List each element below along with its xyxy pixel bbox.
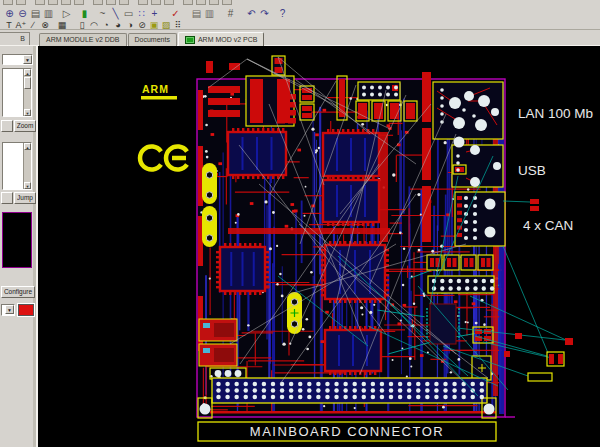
cropped-toolbar-icon[interactable]	[93, 0, 103, 5]
cropped-toolbar-icon[interactable]	[119, 0, 129, 5]
connection-icon[interactable]: ~	[96, 7, 109, 20]
edit-button[interactable]	[1, 192, 13, 204]
tab-arm-mod-v2-pcb[interactable]: ARM MOD v2 PCB	[178, 32, 265, 46]
toolbar-row-middle: ⊕⊖▤▥▷▮~╲▭∷+✓▤▥#↶↷?	[3, 6, 289, 20]
cropped-toolbar-icon[interactable]	[209, 0, 219, 5]
cropped-toolbar-icon[interactable]	[3, 0, 13, 5]
cropped-toolbar-icon[interactable]	[151, 0, 161, 5]
browse-mode-dropdown[interactable]: ▼	[2, 54, 33, 65]
main-toolbar: ⊕⊖▤▥▷▮~╲▭∷+✓▤▥#↶↷? TA⁺∕⊗▦▯◠◔◕◑⊘▣▨⠿	[0, 0, 600, 30]
highlight-icon[interactable]: ✓	[169, 7, 182, 20]
scroll-down-icon[interactable]: ▼	[24, 109, 31, 116]
cropped-toolbar-icon[interactable]	[164, 0, 174, 5]
cropped-toolbar-icon[interactable]	[74, 0, 84, 5]
scroll-up-icon[interactable]: ▲	[24, 143, 31, 150]
arc-quarter-tool-icon[interactable]: ◔	[100, 20, 112, 30]
mainboard-connector-label: MAINBOARD CONNECTOR	[250, 424, 444, 439]
wire-icon[interactable]: ╲	[109, 7, 122, 20]
grid-icon[interactable]: #	[224, 7, 237, 20]
cropped-toolbar-icon[interactable]	[16, 0, 26, 5]
cropped-toolbar-icon[interactable]	[106, 0, 116, 5]
tab-documents[interactable]: Documents	[128, 33, 177, 46]
pcb-canvas[interactable]: ARM LAN 100 Mb USB 4 x CAN MAINBOARD CON…	[38, 46, 600, 447]
help-icon[interactable]: ?	[276, 7, 289, 20]
undo-icon[interactable]: ↶	[245, 7, 258, 20]
cropped-toolbar-icon[interactable]	[222, 0, 232, 5]
application-window: { "toolbar": { "row1_icons": [ {"name":"…	[0, 0, 600, 447]
scroll-thumb[interactable]	[24, 77, 31, 89]
usb-annotation: USB	[518, 163, 546, 178]
cropped-toolbar-icon[interactable]	[138, 0, 148, 5]
full-circle-tool-icon[interactable]: ⊘	[136, 20, 148, 30]
arc-three-quarter-tool-icon[interactable]: ◕	[112, 20, 124, 30]
lan-annotation: LAN 100 Mb	[518, 106, 593, 121]
configure-button[interactable]: Configure	[1, 286, 35, 298]
rectangle-icon[interactable]: ▭	[122, 7, 135, 20]
library-icon[interactable]: ▤	[190, 7, 203, 20]
can-annotation: 4 x CAN	[523, 218, 573, 233]
board-preview[interactable]	[2, 212, 32, 268]
document-tabstrip: B ARM MODULE v2 DDBDocumentsARM MOD v2 P…	[0, 30, 600, 46]
component-icon[interactable]: ▮	[78, 7, 91, 20]
zoom-in-icon[interactable]: ⊕	[3, 7, 16, 20]
line-tool-icon[interactable]: ∕	[27, 20, 39, 30]
via-tool-icon[interactable]: ⊗	[39, 20, 51, 30]
zoom-area-icon[interactable]: ▤	[29, 7, 42, 20]
toolbar-row-top	[3, 0, 235, 5]
cross-icon[interactable]: +	[148, 7, 161, 20]
arc-90-tool-icon[interactable]: ◠	[88, 20, 100, 30]
string-tool-icon[interactable]: A⁺	[15, 20, 27, 30]
cropped-toolbar-icon[interactable]	[48, 0, 58, 5]
browse-actions: Zoom	[1, 120, 36, 132]
jump-button[interactable]: Jump	[14, 192, 36, 204]
chevron-down-icon[interactable]: ▼	[5, 305, 14, 314]
browse-list[interactable]: ▲ ▼	[2, 68, 32, 117]
document-tabs: ARM MODULE v2 DDBDocumentsARM MOD v2 PCB	[39, 32, 265, 46]
scroll-up-icon[interactable]: ▲	[24, 69, 31, 76]
pcb-drawing: ARM LAN 100 Mb USB 4 x CAN MAINBOARD CON…	[38, 46, 600, 447]
toolbar-row-placement: TA⁺∕⊗▦▯◠◔◕◑⊘▣▨⠿	[3, 20, 184, 30]
cropped-toolbar-icon[interactable]	[196, 0, 206, 5]
zoom-button[interactable]: Zoom	[14, 120, 36, 132]
arc-half-tool-icon[interactable]: ◑	[124, 20, 136, 30]
fill-place-icon[interactable]: ▣	[148, 20, 160, 30]
text-tool-icon[interactable]: T	[3, 20, 15, 30]
detail-actions: Jump	[1, 192, 36, 204]
edit-button[interactable]	[1, 120, 13, 132]
detail-list[interactable]: ▲ ▼	[2, 142, 32, 190]
zoom-sheet-icon[interactable]: ▥	[42, 7, 55, 20]
cropped-toolbar-icon[interactable]	[183, 0, 193, 5]
list-scrollbar[interactable]: ▲ ▼	[23, 69, 31, 116]
layer-color-swatch[interactable]	[18, 304, 34, 316]
layer-dropdown[interactable]: ▼	[1, 304, 15, 316]
panel-tab[interactable]: B	[0, 32, 30, 45]
tab-arm-module-v2-ddb[interactable]: ARM MODULE v2 DDB	[39, 33, 127, 46]
fill-tool-icon[interactable]: ▦	[56, 20, 68, 30]
split-icon[interactable]: ∷	[135, 7, 148, 20]
arm-silkscreen-label: ARM	[142, 83, 169, 95]
pcb-document-icon	[185, 36, 195, 44]
arm-underline	[141, 96, 177, 100]
layer-row: ▼	[1, 304, 37, 317]
cropped-toolbar-icon[interactable]	[61, 0, 71, 5]
list-scrollbar[interactable]: ▲ ▼	[23, 143, 31, 189]
array-place-icon[interactable]: ⠿	[172, 20, 184, 30]
browse-panel: ▼ ▲ ▼ Zoom ▲ ▼ Jump Configure ▼	[0, 46, 38, 447]
redo-icon[interactable]: ↷	[258, 7, 271, 20]
zoom-out-icon[interactable]: ⊖	[16, 7, 29, 20]
pan-icon[interactable]: ▷	[60, 7, 73, 20]
library-add-icon[interactable]: ▥	[203, 7, 216, 20]
ce-mark	[140, 147, 187, 170]
chevron-down-icon[interactable]: ▼	[23, 55, 32, 64]
cropped-toolbar-icon[interactable]	[35, 0, 45, 5]
pad-tool-icon[interactable]: ▯	[76, 20, 88, 30]
can-connector-block	[455, 192, 505, 246]
paste-array-icon[interactable]: ▨	[160, 20, 172, 30]
scroll-down-icon[interactable]: ▼	[24, 182, 31, 189]
